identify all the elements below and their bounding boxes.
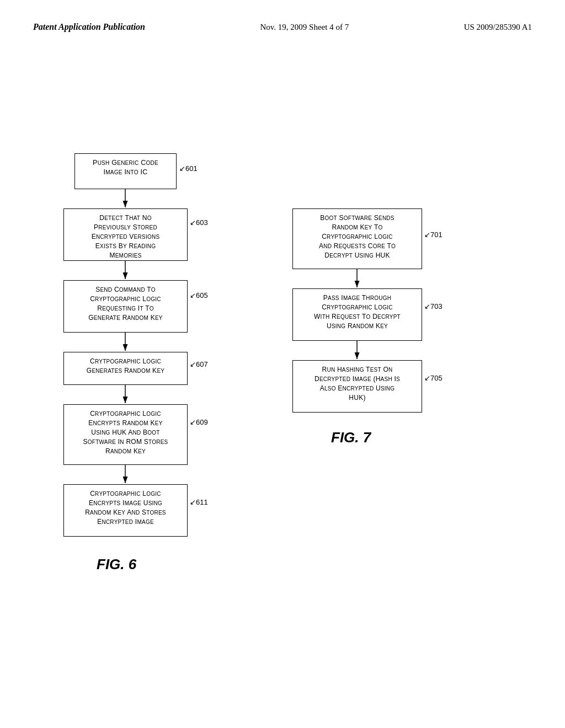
fig6-label: FIG. 6	[97, 556, 136, 573]
header-right: US 2009/285390 A1	[464, 23, 532, 32]
box-703: PASS IMAGE THROUGH CRYPTOGRAPHIC LOGIC W…	[292, 288, 422, 341]
ref-701: ↙701	[424, 231, 443, 239]
ref-705: ↙705	[424, 374, 443, 382]
page-header: Patent Application Publication Nov. 19, …	[0, 0, 565, 43]
box-603: DETECT THAT NO PREVIOUSLY STORED ENCRYPT…	[63, 208, 188, 261]
box-611: CRYPTOGRAPHIC LOGIC ENCRYPTS IMAGE USING…	[63, 484, 188, 537]
ref-703: ↙703	[424, 302, 443, 311]
diagram-area: PUSH GENERIC CODE IMAGE INTO IC ↙601 DET…	[0, 43, 565, 705]
box-605: SEND COMMAND TO CRYPTOGRAPHIC LOGIC REQU…	[63, 280, 188, 333]
box-701: BOOT SOFTWARE SENDS RANDOM KEY TO CRYPTO…	[292, 208, 422, 269]
header-left: Patent Application Publication	[33, 22, 145, 32]
ref-605: ↙605	[190, 291, 208, 299]
box-609: CRYPTOGRAPHIC LOGIC ENCRYPTS RANDOM KEY …	[63, 404, 188, 465]
ref-611: ↙611	[190, 498, 208, 506]
ref-607: ↙607	[190, 360, 208, 368]
ref-603: ↙603	[190, 218, 208, 227]
header-center: Nov. 19, 2009 Sheet 4 of 7	[260, 23, 349, 32]
fig7-label: FIG. 7	[331, 429, 371, 446]
ref-601: ↙601	[179, 164, 198, 173]
box-601: PUSH GENERIC CODE IMAGE INTO IC	[74, 153, 177, 189]
ref-609: ↙609	[190, 418, 208, 426]
box-607: CRYTPOGRAPHIC LOGIC GENERATES RANDOM KEY	[63, 352, 188, 385]
box-705: RUN HASHING TEST ON DECRYPTED IMAGE (HAS…	[292, 360, 422, 413]
